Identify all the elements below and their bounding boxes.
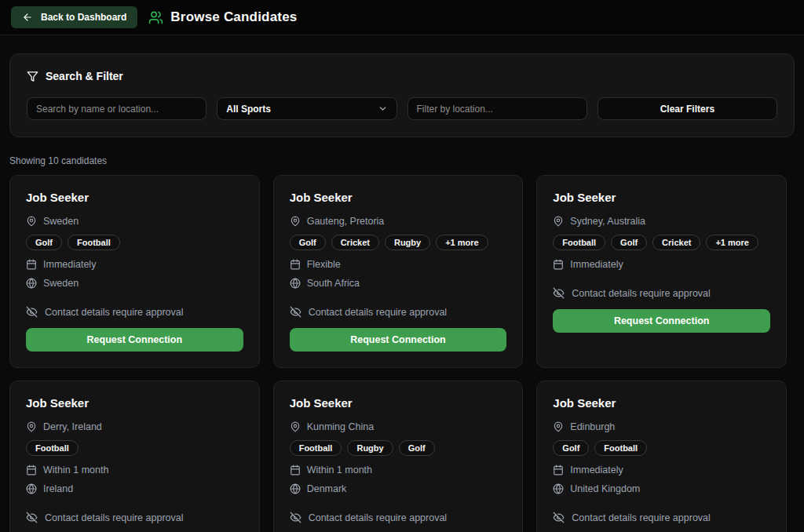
sport-tag: Football <box>553 235 605 250</box>
candidate-location: Kunming China <box>307 421 374 432</box>
arrow-left-icon <box>22 12 33 23</box>
contact-note: Contact details require approval <box>572 288 711 299</box>
candidate-location: Edinburgh <box>570 421 615 432</box>
users-icon <box>148 10 163 25</box>
eye-off-icon <box>26 306 38 318</box>
filter-controls: All Sports Clear Filters <box>27 97 777 120</box>
sport-tag: Football <box>290 440 342 456</box>
candidate-country: South Africa <box>307 278 360 289</box>
chevron-down-icon <box>378 104 388 114</box>
candidate-availability-row: Within 1 month <box>26 465 243 476</box>
sport-tag: Golf <box>553 440 589 456</box>
map-pin-icon <box>290 421 301 432</box>
contact-note: Contact details require approval <box>309 307 448 318</box>
globe-icon <box>290 483 301 494</box>
top-header: Back to Dashboard Browse Candidates <box>0 0 804 35</box>
location-filter-input[interactable] <box>407 97 587 120</box>
contact-note: Contact details require approval <box>572 512 711 523</box>
candidate-location: Gauteng, Pretoria <box>307 216 385 227</box>
page-title: Browse Candidates <box>170 9 297 25</box>
candidate-title: Job Seeker <box>290 191 507 204</box>
candidate-card: Job Seeker Gauteng, Pretoria Golf Cricke… <box>273 175 524 368</box>
candidate-availability: Flexible <box>307 259 341 270</box>
sport-select-value: All Sports <box>226 104 271 115</box>
sport-tag: Golf <box>26 235 62 250</box>
candidate-title: Job Seeker <box>26 396 243 410</box>
sport-tags: Golf Cricket Rugby +1 more <box>290 235 507 250</box>
calendar-icon <box>553 259 564 270</box>
calendar-icon <box>26 259 37 270</box>
candidate-location-row: Kunming China <box>290 421 507 432</box>
candidate-availability-row: Flexible <box>290 259 507 270</box>
sport-tag: Golf <box>611 235 647 250</box>
candidate-card: Job Seeker Kunming China Football Rugby … <box>273 381 524 532</box>
candidate-availability-row: Immediately <box>553 259 770 270</box>
sport-tag: Rugby <box>347 440 393 456</box>
request-connection-button[interactable]: Request Connection <box>26 328 243 352</box>
eye-off-icon <box>553 287 565 299</box>
candidate-location-row: Sweden <box>26 216 243 227</box>
candidate-country: Sweden <box>43 278 79 289</box>
contact-note: Contact details require approval <box>309 512 448 523</box>
candidates-grid: Job Seeker Sweden Golf Football Immediat… <box>9 175 787 532</box>
candidate-availability: Immediately <box>570 259 623 270</box>
candidate-card: Job Seeker Sweden Golf Football Immediat… <box>9 175 260 368</box>
candidate-country-row: United Kingdom <box>553 483 770 494</box>
candidate-card: Job Seeker Derry, Ireland Football Withi… <box>9 381 260 532</box>
sport-tag-more: +1 more <box>706 235 758 250</box>
request-connection-button[interactable]: Request Connection <box>553 309 770 333</box>
contact-note-row: Contact details require approval <box>553 287 770 299</box>
candidate-location-row: Edinburgh <box>553 421 770 432</box>
clear-filters-button[interactable]: Clear Filters <box>598 97 777 120</box>
contact-note-row: Contact details require approval <box>290 306 507 318</box>
filter-funnel-icon <box>27 71 38 82</box>
candidate-availability: Within 1 month <box>307 465 372 476</box>
eye-off-icon <box>290 512 302 523</box>
sport-select[interactable]: All Sports <box>217 97 397 120</box>
contact-note-row: Contact details require approval <box>26 306 243 318</box>
map-pin-icon <box>553 421 564 432</box>
filter-heading: Search & Filter <box>27 70 777 82</box>
sport-tag: Football <box>26 440 79 456</box>
globe-icon <box>26 483 37 494</box>
filter-heading-label: Search & Filter <box>46 70 123 82</box>
search-filter-panel: Search & Filter All Sports Clear Filters <box>9 53 795 137</box>
back-to-dashboard-button[interactable]: Back to Dashboard <box>11 6 137 28</box>
sport-tags: Football Golf Cricket +1 more <box>553 235 770 250</box>
sport-tag: Cricket <box>331 235 379 250</box>
candidate-availability: Immediately <box>43 259 96 270</box>
candidate-title: Job Seeker <box>290 396 507 410</box>
eye-off-icon <box>26 512 38 523</box>
candidate-card: Job Seeker Sydney, Australia Football Go… <box>536 175 787 368</box>
sport-tag: Cricket <box>652 235 700 250</box>
calendar-icon <box>26 465 37 476</box>
candidate-country: Ireland <box>43 483 73 494</box>
back-button-label: Back to Dashboard <box>41 12 126 23</box>
sport-tag: Golf <box>399 440 435 456</box>
candidate-location-row: Gauteng, Pretoria <box>290 216 507 227</box>
map-pin-icon <box>26 216 37 227</box>
contact-note-row: Contact details require approval <box>553 512 770 523</box>
globe-icon <box>26 278 37 289</box>
sport-tag: Rugby <box>385 235 430 250</box>
results-summary: Showing 10 candidates <box>9 155 795 166</box>
candidate-title: Job Seeker <box>553 191 770 204</box>
sport-tag-more: +1 more <box>436 235 488 250</box>
request-connection-button[interactable]: Request Connection <box>290 328 507 352</box>
header-title-group: Browse Candidates <box>148 9 297 25</box>
eye-off-icon <box>290 306 302 318</box>
search-input[interactable] <box>27 97 206 120</box>
calendar-icon <box>290 465 301 476</box>
calendar-icon <box>290 259 301 270</box>
globe-icon <box>290 278 301 289</box>
candidate-title: Job Seeker <box>553 396 770 410</box>
candidate-location-row: Sydney, Australia <box>553 216 770 227</box>
candidate-country: United Kingdom <box>570 483 640 494</box>
candidate-country-row: South Africa <box>290 278 507 289</box>
sport-tags: Golf Football <box>553 440 770 456</box>
sport-tag: Football <box>68 235 120 250</box>
eye-off-icon <box>553 512 565 523</box>
candidate-availability-row: Within 1 month <box>290 465 507 476</box>
globe-icon <box>553 483 564 494</box>
contact-note: Contact details require approval <box>45 512 184 523</box>
